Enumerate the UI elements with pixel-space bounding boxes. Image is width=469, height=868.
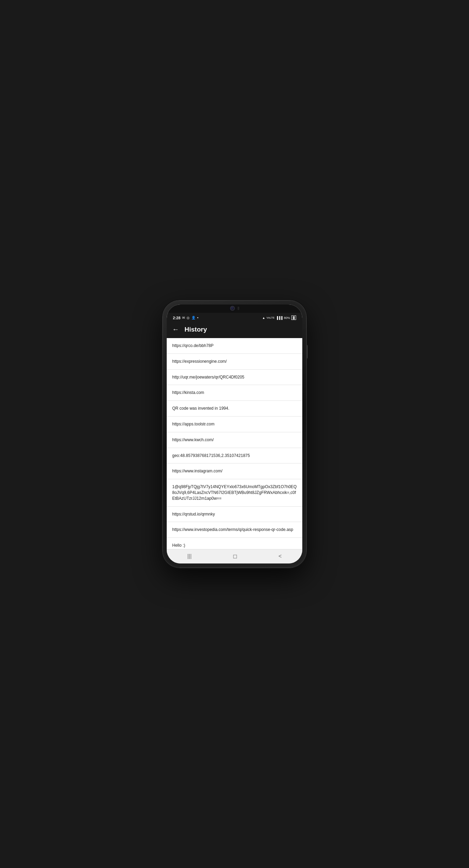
volte-icon: VoLTE	[267, 316, 275, 319]
history-list[interactable]: https://qrco.de/bbh78Phttps://expression…	[167, 338, 302, 549]
app-header: ← History	[167, 322, 302, 338]
whatsapp-icon: ◎	[187, 316, 190, 320]
list-item[interactable]: Hello :)	[167, 538, 302, 549]
list-item[interactable]: https://www.investopedia.com/terms/q/qui…	[167, 522, 302, 538]
list-item[interactable]: https://kinsta.com	[167, 385, 302, 401]
camera-area	[167, 305, 302, 313]
back-button[interactable]: ←	[172, 325, 179, 333]
dot-indicator: •	[197, 316, 199, 320]
list-item[interactable]: QR code was invented in 1994.	[167, 401, 302, 417]
list-item[interactable]: https://qrco.de/bbh78P	[167, 338, 302, 354]
signal-icon: ▐▐▐	[276, 316, 282, 320]
wifi-icon: ▲	[262, 316, 265, 320]
home-button[interactable]: ◻	[233, 553, 237, 559]
list-item[interactable]: https://apps.toolstr.com	[167, 417, 302, 432]
battery-icon: ▓	[291, 315, 296, 320]
list-item[interactable]: https://www.instagram.com/	[167, 463, 302, 479]
phone-frame: 2:28 ✉ ◎ 👤 • ▲ VoLTE ▐▐▐ 80% ▓ ← History…	[163, 300, 306, 568]
back-nav-button[interactable]: <	[278, 553, 281, 559]
list-item[interactable]: http://uqr.me/joewaters/qr/QRC4Df0205	[167, 370, 302, 385]
status-left: 2:28 ✉ ◎ 👤 •	[173, 316, 199, 320]
list-item[interactable]: geo:48.857938768171536,2.35107421875	[167, 448, 302, 464]
page-title: History	[185, 326, 207, 333]
list-item[interactable]: https://expressionengine.com/	[167, 354, 302, 370]
nav-bar: ||| ◻ <	[167, 549, 302, 563]
list-item[interactable]: 1@q98FjyTQjg7tV7y14NQYEYxlo673x6UmoMTgpO…	[167, 479, 302, 506]
phone-screen: 2:28 ✉ ◎ 👤 • ▲ VoLTE ▐▐▐ 80% ▓ ← History…	[167, 305, 302, 563]
user-icon: 👤	[191, 316, 195, 320]
status-right: ▲ VoLTE ▐▐▐ 80% ▓	[262, 315, 296, 320]
list-item[interactable]: https://www.kwch.com/	[167, 432, 302, 448]
recents-button[interactable]: |||	[187, 553, 191, 559]
list-item[interactable]: https://qrstud.io/qrmnky	[167, 507, 302, 522]
email-icon: ✉	[182, 316, 185, 320]
camera-lens	[230, 306, 235, 311]
battery-text: 80%	[284, 316, 290, 320]
status-bar: 2:28 ✉ ◎ 👤 • ▲ VoLTE ▐▐▐ 80% ▓	[167, 313, 302, 322]
status-time: 2:28	[173, 316, 180, 320]
camera-sensor	[238, 307, 239, 310]
